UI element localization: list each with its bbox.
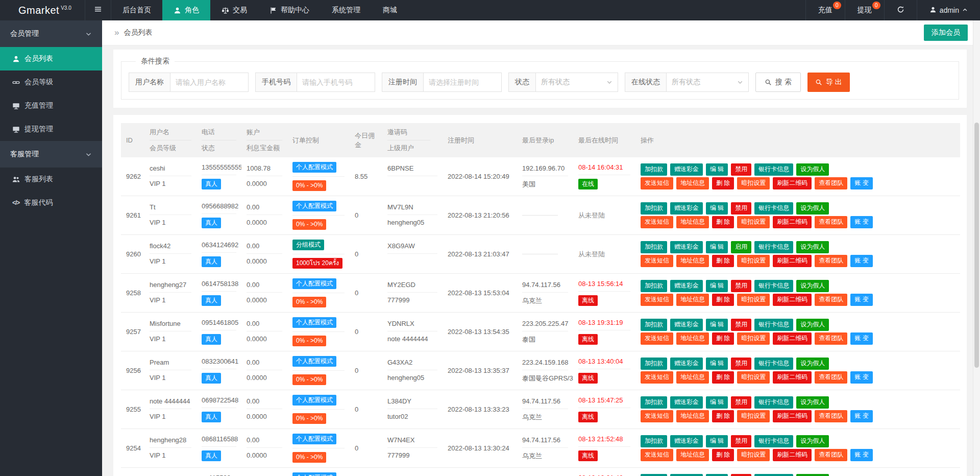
address-info-button[interactable]: 地址信息 (676, 216, 709, 228)
toggle-enable-button[interactable]: 禁用 (731, 202, 751, 215)
send-sms-button[interactable]: 发送短信 (641, 332, 673, 345)
add-deduct-button[interactable]: 加扣款 (641, 435, 667, 447)
account-change-button[interactable]: 账 变 (850, 255, 872, 267)
add-deduct-button[interactable]: 加扣款 (641, 202, 667, 215)
send-sms-button[interactable]: 发送短信 (641, 255, 673, 267)
bank-card-info-button[interactable]: 银行卡信息 (754, 280, 793, 292)
username-input[interactable] (170, 73, 248, 91)
add-deduct-button[interactable]: 加扣款 (641, 474, 667, 476)
set-fake-button[interactable]: 设为假人 (796, 474, 829, 476)
nav-item-role[interactable]: 角色 (162, 0, 210, 20)
gift-bonus-button[interactable]: 赠送彩金 (670, 474, 703, 476)
nav-item-home[interactable]: 后台首页 (111, 0, 162, 20)
set-fake-button[interactable]: 设为假人 (796, 358, 829, 370)
add-deduct-button[interactable]: 加扣款 (641, 280, 667, 292)
add-deduct-button[interactable]: 加扣款 (641, 396, 667, 409)
delete-button[interactable]: 删 除 (712, 371, 734, 384)
refresh-qrcode-button[interactable]: 刷新二维码 (773, 216, 812, 228)
recharge-menu-item[interactable]: 充值 0 (805, 0, 845, 20)
sidebar-item-cs-code[interactable]: </>客服代码 (0, 191, 102, 215)
export-button[interactable]: 导 出 (807, 73, 850, 92)
nav-item-mall[interactable]: 商城 (372, 0, 408, 20)
view-team-button[interactable]: 查看团队 (815, 294, 847, 306)
gift-bonus-button[interactable]: 赠送彩金 (670, 241, 703, 253)
set-fake-button[interactable]: 设为假人 (796, 241, 829, 253)
nav-item-help-center[interactable]: 帮助中心 (258, 0, 321, 20)
bank-card-info-button[interactable]: 银行卡信息 (754, 202, 793, 215)
edit-button[interactable]: 编 辑 (706, 319, 728, 331)
refresh-qrcode-button[interactable]: 刷新二维码 (773, 177, 812, 189)
bank-card-info-button[interactable]: 银行卡信息 (754, 241, 793, 253)
delete-button[interactable]: 删 除 (712, 332, 734, 345)
address-info-button[interactable]: 地址信息 (676, 177, 709, 189)
sidebar-group-customer-service-management[interactable]: 客服管理 (0, 141, 102, 168)
address-info-button[interactable]: 地址信息 (676, 332, 709, 345)
bank-card-info-button[interactable]: 银行卡信息 (754, 474, 793, 476)
search-button[interactable]: 搜 索 (755, 73, 801, 92)
account-change-button[interactable]: 账 变 (850, 177, 872, 189)
sidebar-item-recharge-management[interactable]: 充值管理 (0, 94, 102, 117)
sidebar-group-member-management[interactable]: 会员管理 (0, 20, 102, 47)
bank-card-info-button[interactable]: 银行卡信息 (754, 358, 793, 370)
hidden-deduct-button[interactable]: 暗扣设置 (737, 371, 770, 384)
delete-button[interactable]: 删 除 (712, 449, 734, 461)
vertical-scrollbar[interactable] (973, 20, 980, 476)
account-change-button[interactable]: 账 变 (850, 449, 872, 461)
add-deduct-button[interactable]: 加扣款 (641, 163, 667, 176)
sidebar-item-member-level[interactable]: 会员等级 (0, 70, 102, 94)
refresh-qrcode-button[interactable]: 刷新二维码 (773, 294, 812, 306)
delete-button[interactable]: 删 除 (712, 177, 734, 189)
refresh-qrcode-button[interactable]: 刷新二维码 (773, 255, 812, 267)
scrollbar-thumb[interactable] (974, 123, 979, 368)
sidebar-item-member-list[interactable]: 会员列表 (0, 47, 102, 70)
hidden-deduct-button[interactable]: 暗扣设置 (737, 216, 770, 228)
address-info-button[interactable]: 地址信息 (676, 449, 709, 461)
sidebar-toggle-button[interactable] (85, 0, 111, 20)
add-deduct-button[interactable]: 加扣款 (641, 241, 667, 253)
add-member-button[interactable]: 添加会员 (924, 25, 968, 41)
user-menu[interactable]: admin (917, 0, 980, 20)
edit-button[interactable]: 编 辑 (706, 163, 728, 176)
nav-item-system[interactable]: 系统管理 (321, 0, 372, 20)
gift-bonus-button[interactable]: 赠送彩金 (670, 319, 703, 331)
address-info-button[interactable]: 地址信息 (676, 371, 709, 384)
account-change-button[interactable]: 账 变 (850, 216, 872, 228)
bank-card-info-button[interactable]: 银行卡信息 (754, 396, 793, 409)
hidden-deduct-button[interactable]: 暗扣设置 (737, 294, 770, 306)
hidden-deduct-button[interactable]: 暗扣设置 (737, 332, 770, 345)
view-team-button[interactable]: 查看团队 (815, 371, 847, 384)
hidden-deduct-button[interactable]: 暗扣设置 (737, 177, 770, 189)
gift-bonus-button[interactable]: 赠送彩金 (670, 163, 703, 176)
account-change-button[interactable]: 账 变 (850, 371, 872, 384)
hidden-deduct-button[interactable]: 暗扣设置 (737, 410, 770, 422)
withdraw-menu-item[interactable]: 提现 0 (845, 0, 884, 20)
hidden-deduct-button[interactable]: 暗扣设置 (737, 449, 770, 461)
account-change-button[interactable]: 账 变 (850, 294, 872, 306)
edit-button[interactable]: 编 辑 (706, 280, 728, 292)
send-sms-button[interactable]: 发送短信 (641, 371, 673, 384)
send-sms-button[interactable]: 发送短信 (641, 410, 673, 422)
toggle-enable-button[interactable]: 禁用 (731, 474, 751, 476)
edit-button[interactable]: 编 辑 (706, 358, 728, 370)
toggle-enable-button[interactable]: 禁用 (731, 280, 751, 292)
nav-item-trade[interactable]: 交易 (210, 0, 258, 20)
delete-button[interactable]: 删 除 (712, 216, 734, 228)
add-deduct-button[interactable]: 加扣款 (641, 319, 667, 331)
toggle-enable-button[interactable]: 禁用 (731, 396, 751, 409)
toggle-enable-button[interactable]: 启用 (731, 241, 751, 253)
set-fake-button[interactable]: 设为假人 (796, 202, 829, 215)
add-deduct-button[interactable]: 加扣款 (641, 358, 667, 370)
bank-card-info-button[interactable]: 银行卡信息 (754, 163, 793, 176)
toggle-enable-button[interactable]: 禁用 (731, 435, 751, 447)
edit-button[interactable]: 编 辑 (706, 474, 728, 476)
edit-button[interactable]: 编 辑 (706, 435, 728, 447)
gift-bonus-button[interactable]: 赠送彩金 (670, 358, 703, 370)
gift-bonus-button[interactable]: 赠送彩金 (670, 202, 703, 215)
edit-button[interactable]: 编 辑 (706, 202, 728, 215)
reg-time-input[interactable] (424, 73, 501, 91)
set-fake-button[interactable]: 设为假人 (796, 280, 829, 292)
view-team-button[interactable]: 查看团队 (815, 177, 847, 189)
refresh-qrcode-button[interactable]: 刷新二维码 (773, 371, 812, 384)
gift-bonus-button[interactable]: 赠送彩金 (670, 280, 703, 292)
set-fake-button[interactable]: 设为假人 (796, 396, 829, 409)
